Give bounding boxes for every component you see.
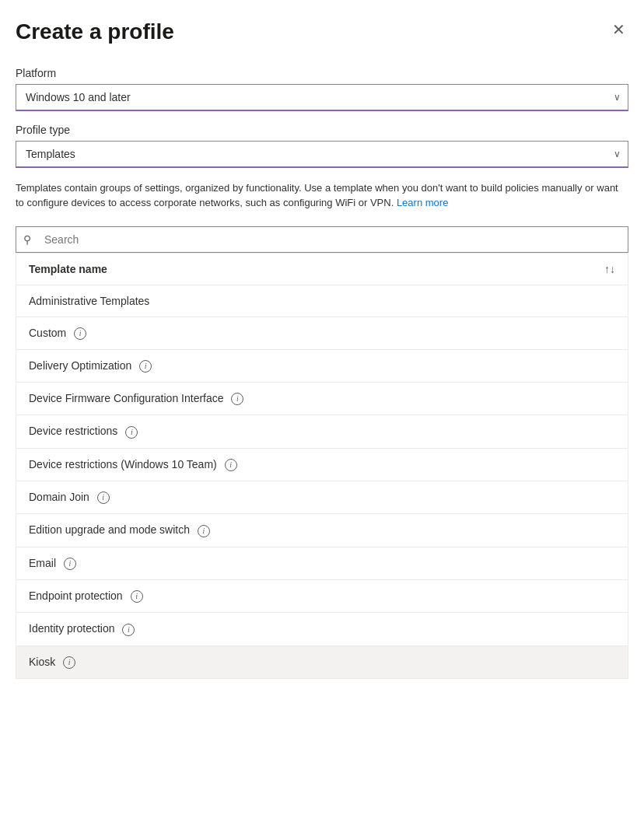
info-icon[interactable]: i — [97, 491, 110, 504]
table-header-row: Template name ↑↓ — [16, 254, 628, 285]
row-label: Endpoint protection i — [29, 589, 615, 603]
profile-type-label: Profile type — [16, 124, 628, 136]
row-label: Domain Join i — [29, 491, 615, 504]
info-icon[interactable]: i — [122, 624, 135, 636]
row-label: Device restrictions i — [29, 425, 615, 438]
profile-type-section: Profile type TemplatesSettings catalog ∨ — [16, 124, 628, 168]
platform-select[interactable]: Windows 10 and laterWindows 8.1 and late… — [16, 84, 628, 111]
table-row[interactable]: Administrative Templates — [16, 285, 628, 317]
info-icon[interactable]: i — [64, 558, 76, 570]
row-label: Delivery Optimization i — [29, 359, 615, 373]
row-label: Edition upgrade and mode switch i — [29, 523, 615, 537]
description-body: Templates contain groups of settings, or… — [16, 182, 618, 209]
info-icon[interactable]: i — [74, 327, 86, 340]
close-button[interactable]: ✕ — [609, 19, 628, 40]
table-row[interactable]: Custom i — [16, 317, 628, 350]
description-text: Templates contain groups of settings, or… — [16, 180, 628, 211]
table-row[interactable]: Device restrictions (Windows 10 Team) i — [16, 449, 628, 481]
profile-type-select[interactable]: TemplatesSettings catalog — [16, 141, 628, 168]
info-icon[interactable]: i — [198, 525, 210, 537]
table-row[interactable]: Device restrictions i — [16, 415, 628, 448]
platform-select-wrapper: Windows 10 and laterWindows 8.1 and late… — [16, 84, 628, 111]
table-row[interactable]: Kiosk i — [16, 646, 628, 678]
templates-table: Template name ↑↓ Administrative Template… — [16, 253, 628, 679]
row-label: Administrative Templates — [29, 295, 615, 307]
search-icon: ⚲ — [23, 233, 31, 246]
platform-section: Platform Windows 10 and laterWindows 8.1… — [16, 67, 628, 111]
info-icon[interactable]: i — [131, 590, 143, 603]
info-icon[interactable]: i — [125, 426, 138, 439]
info-icon[interactable]: i — [63, 656, 75, 669]
table-row[interactable]: Email i — [16, 547, 628, 580]
row-label: Kiosk i — [29, 656, 615, 669]
row-label: Device restrictions (Windows 10 Team) i — [29, 458, 615, 471]
create-profile-panel: Create a profile ✕ Platform Windows 10 a… — [0, 0, 644, 829]
row-label: Identity protection i — [29, 622, 615, 635]
search-input[interactable] — [16, 226, 628, 253]
row-label: Custom i — [29, 327, 615, 340]
panel-header: Create a profile ✕ — [16, 19, 628, 45]
close-icon: ✕ — [612, 22, 625, 37]
template-name-column-header: Template name — [29, 263, 604, 275]
info-icon[interactable]: i — [225, 459, 237, 471]
info-icon[interactable]: i — [139, 360, 152, 373]
table-row[interactable]: Delivery Optimization i — [16, 350, 628, 383]
table-row[interactable]: Endpoint protection i — [16, 580, 628, 613]
table-row[interactable]: Device Firmware Configuration Interface … — [16, 383, 628, 415]
panel-title: Create a profile — [16, 19, 174, 45]
table-row[interactable]: Edition upgrade and mode switch i — [16, 514, 628, 547]
table-row[interactable]: Domain Join i — [16, 481, 628, 514]
sort-icon[interactable]: ↑↓ — [604, 263, 615, 275]
learn-more-link[interactable]: Learn more — [397, 197, 448, 208]
row-label: Device Firmware Configuration Interface … — [29, 392, 615, 405]
info-icon[interactable]: i — [231, 393, 243, 405]
platform-label: Platform — [16, 67, 628, 79]
row-label: Email i — [29, 557, 615, 570]
profile-type-select-wrapper: TemplatesSettings catalog ∨ — [16, 141, 628, 168]
table-row[interactable]: Identity protection i — [16, 613, 628, 645]
search-wrapper: ⚲ — [16, 226, 628, 253]
